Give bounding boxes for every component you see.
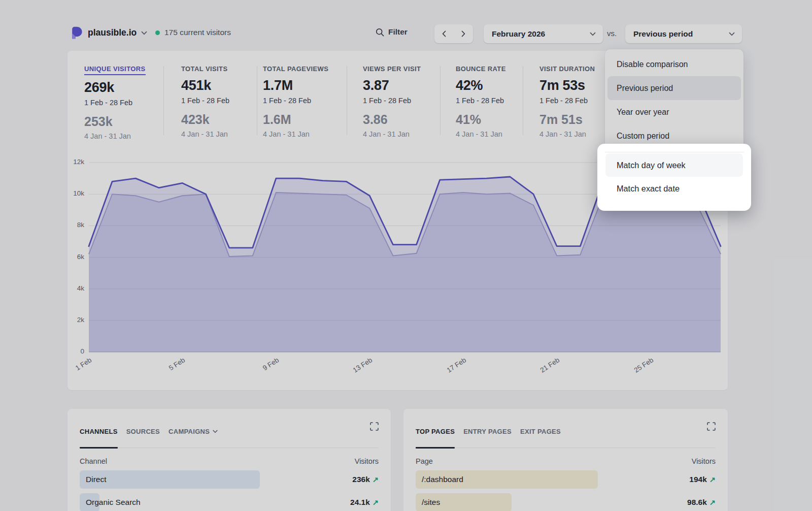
prev-period-arrow-button[interactable] xyxy=(434,30,454,37)
tab-exit-pages[interactable]: EXIT PAGES xyxy=(520,415,561,448)
y-axis-tick: 8k xyxy=(60,221,84,229)
current-visitors-label: 175 current visitors xyxy=(164,28,231,37)
tab-label: SOURCES xyxy=(126,428,160,435)
metric-total-visits[interactable]: TOTAL VISITS 451k 1 Feb - 28 Feb 423k 4 … xyxy=(181,64,229,138)
expand-icon[interactable] xyxy=(707,422,716,431)
chevron-down-icon xyxy=(141,31,147,35)
tab-channels[interactable]: CHANNELS xyxy=(80,415,118,448)
metric-divider xyxy=(347,66,347,135)
metric-prev-value: 253k xyxy=(84,115,146,128)
menu-item-match-day-of-week[interactable]: Match day of week xyxy=(605,153,743,177)
menu-item-previous-period[interactable]: Previous period xyxy=(607,76,741,100)
metric-period: 1 Feb - 28 Feb xyxy=(84,99,146,107)
metric-value: 1.7M xyxy=(263,79,328,92)
trend-up-icon: ↗ xyxy=(373,498,379,506)
match-options-popup: Match day of week Match exact date xyxy=(597,144,751,211)
site-switcher[interactable]: plausible.io xyxy=(71,26,147,39)
metric-prev-period: 4 Jan - 31 Jan xyxy=(84,132,146,140)
metric-period: 1 Feb - 28 Feb xyxy=(539,97,595,105)
date-range-label: February 2026 xyxy=(492,29,545,39)
metric-prev-period: 4 Jan - 31 Jan xyxy=(263,130,328,138)
tab-label: CAMPAIGNS xyxy=(168,428,210,435)
plausible-logo-icon xyxy=(71,26,83,39)
metric-divider xyxy=(440,66,441,135)
metric-period: 1 Feb - 28 Feb xyxy=(363,97,421,105)
tab-campaigns[interactable]: CAMPAIGNS xyxy=(168,415,218,448)
pages-rows: /:dashboard 194k↗ /sites 98.6k↗ xyxy=(416,470,716,511)
comparison-dropdown[interactable]: Previous period xyxy=(625,24,742,43)
pages-panel: TOP PAGES ENTRY PAGES EXIT PAGES Page Vi… xyxy=(403,409,728,511)
metric-value: 269k xyxy=(84,81,146,94)
vs-label: vs. xyxy=(607,29,617,38)
metric-prev-period: 4 Jan - 31 Jan xyxy=(456,130,506,138)
row-label[interactable]: /:dashboard xyxy=(422,475,463,484)
channels-tabs: CHANNELS SOURCES CAMPAIGNS xyxy=(80,409,379,448)
y-axis-tick: 2k xyxy=(60,316,84,324)
y-axis-tick: 0 xyxy=(60,347,84,355)
tab-label: ENTRY PAGES xyxy=(463,428,512,435)
date-range-dropdown[interactable]: February 2026 xyxy=(484,24,603,43)
table-row[interactable]: /:dashboard 194k↗ xyxy=(416,470,716,489)
metric-visit-duration[interactable]: VISIT DURATION 7m 53s 1 Feb - 28 Feb 7m … xyxy=(539,64,595,138)
table-row[interactable]: Organic Search 24.1k↗ xyxy=(80,493,379,511)
comparison-menu: Disable comparison Previous period Year … xyxy=(605,49,743,151)
comparison-label: Previous period xyxy=(633,29,693,39)
table-row[interactable]: /sites 98.6k↗ xyxy=(416,493,716,511)
tab-top-pages[interactable]: TOP PAGES xyxy=(416,415,455,448)
metric-divider xyxy=(257,66,257,135)
current-visitors[interactable]: 175 current visitors xyxy=(155,28,231,37)
metric-value: 3.87 xyxy=(363,79,421,92)
filter-button[interactable]: Filter xyxy=(376,27,408,37)
metric-prev-value: 3.86 xyxy=(363,113,421,126)
metric-label: UNIQUE VISITORS xyxy=(84,65,146,75)
metric-period: 1 Feb - 28 Feb xyxy=(263,97,328,105)
y-axis-tick: 12k xyxy=(60,158,84,166)
next-period-arrow-button[interactable] xyxy=(454,30,473,37)
row-value: 194k xyxy=(689,475,706,484)
site-name: plausible.io xyxy=(88,27,137,38)
live-dot-icon xyxy=(155,30,160,35)
metric-prev-value: 7m 51s xyxy=(539,113,595,126)
metric-label: TOTAL VISITS xyxy=(181,65,227,73)
metric-label: VIEWS PER VISIT xyxy=(363,65,421,73)
popup-divider xyxy=(605,152,744,152)
metric-period: 1 Feb - 28 Feb xyxy=(181,97,229,105)
channels-column-headers: Channel Visitors xyxy=(80,457,379,465)
metric-prev-period: 4 Jan - 31 Jan xyxy=(539,130,595,138)
y-axis-tick: 6k xyxy=(60,253,84,261)
search-icon xyxy=(376,28,384,37)
row-label[interactable]: /sites xyxy=(422,498,440,507)
row-label[interactable]: Direct xyxy=(86,475,106,484)
metric-divider xyxy=(523,66,523,135)
y-axis-tick: 4k xyxy=(60,284,84,292)
channels-rows: Direct 236k↗ Organic Search 24.1k↗ xyxy=(80,470,379,511)
tab-sources[interactable]: SOURCES xyxy=(126,415,160,448)
tab-entry-pages[interactable]: ENTRY PAGES xyxy=(463,415,512,448)
metric-views-per-visit[interactable]: VIEWS PER VISIT 3.87 1 Feb - 28 Feb 3.86… xyxy=(363,64,421,138)
date-pager xyxy=(434,24,473,43)
table-row[interactable]: Direct 236k↗ xyxy=(80,470,379,489)
chevron-down-icon xyxy=(213,430,218,433)
expand-icon[interactable] xyxy=(370,422,379,431)
pages-tabs: TOP PAGES ENTRY PAGES EXIT PAGES xyxy=(416,409,716,448)
metric-prev-period: 4 Jan - 31 Jan xyxy=(181,130,229,138)
chevron-down-icon xyxy=(590,32,596,36)
column-header-page: Page xyxy=(416,457,433,465)
trend-up-icon: ↗ xyxy=(709,498,716,506)
metric-unique-visitors[interactable]: UNIQUE VISITORS 269k 1 Feb - 28 Feb 253k… xyxy=(84,64,146,140)
chevron-down-icon xyxy=(729,32,735,36)
metric-value: 451k xyxy=(181,79,229,92)
menu-item-year-over-year[interactable]: Year over year xyxy=(605,100,743,124)
column-header-channel: Channel xyxy=(80,457,107,465)
metric-prev-value: 423k xyxy=(181,113,229,126)
menu-item-disable-comparison[interactable]: Disable comparison xyxy=(605,52,743,76)
filter-label: Filter xyxy=(388,27,408,37)
metric-label: TOTAL PAGEVIEWS xyxy=(263,65,328,73)
menu-item-match-exact-date[interactable]: Match exact date xyxy=(605,177,743,200)
metric-divider xyxy=(163,66,164,135)
row-value: 98.6k xyxy=(687,498,707,507)
trend-up-icon: ↗ xyxy=(373,475,379,484)
metric-bounce-rate[interactable]: BOUNCE RATE 42% 1 Feb - 28 Feb 41% 4 Jan… xyxy=(456,64,506,138)
metric-total-pageviews[interactable]: TOTAL PAGEVIEWS 1.7M 1 Feb - 28 Feb 1.6M… xyxy=(263,64,328,138)
row-label[interactable]: Organic Search xyxy=(86,498,141,507)
